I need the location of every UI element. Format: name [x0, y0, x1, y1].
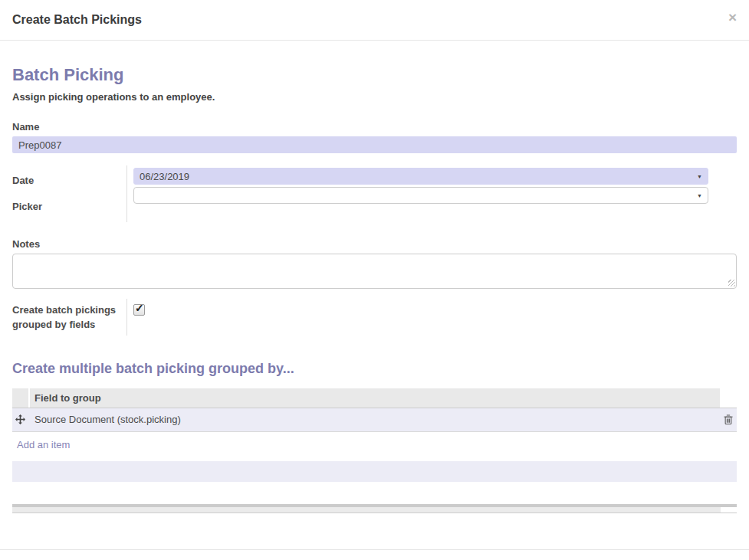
grouped-checkbox-row: Create batch pickings grouped by fields …	[12, 299, 737, 336]
grouped-checkbox-cell: ✓	[127, 299, 737, 336]
notes-field-label: Notes	[12, 238, 737, 250]
page-subtitle: Assign picking operations to an employee…	[12, 91, 737, 103]
close-icon[interactable]: ×	[728, 10, 737, 25]
notes-field-wrap	[12, 254, 737, 289]
notes-textarea[interactable]	[12, 254, 737, 289]
date-dropdown-icon[interactable]: ▼	[697, 174, 702, 179]
create-batch-pickings-dialog: Create Batch Pickings × Batch Picking As…	[0, 0, 749, 560]
field-to-group-column-header: Field to group	[30, 388, 720, 408]
table-row[interactable]: Source Document (stock.picking)	[12, 408, 737, 432]
dialog-title: Create Batch Pickings	[12, 13, 142, 27]
dialog-body: Batch Picking Assign picking operations …	[0, 66, 749, 513]
picker-field-label: Picker	[12, 195, 120, 218]
date-input[interactable]: 06/23/2019 ▼	[133, 168, 708, 185]
grouped-checkbox[interactable]: ✓	[133, 304, 145, 316]
date-value: 06/23/2019	[140, 171, 189, 182]
trash-icon[interactable]	[724, 414, 733, 425]
handle-column-header	[12, 388, 28, 408]
drag-handle-cell	[12, 414, 28, 424]
horizontal-scrollbar[interactable]	[12, 504, 737, 513]
fields-to-group-table: Field to group Source Document (stock.pi…	[12, 388, 737, 513]
picker-input[interactable]: ▼	[133, 187, 708, 204]
name-input[interactable]	[12, 136, 737, 153]
checkmark-icon: ✓	[135, 303, 144, 313]
table-header-row: Field to group	[12, 388, 737, 408]
page-title: Batch Picking	[12, 66, 737, 84]
add-an-item-link[interactable]: Add an item	[17, 439, 70, 450]
drag-handle-icon[interactable]	[15, 414, 25, 424]
name-field-label: Name	[12, 121, 737, 133]
date-picker-group: Date Picker 06/23/2019 ▼ ▼	[12, 165, 737, 222]
delete-row-cell	[720, 414, 737, 425]
delete-column-header	[720, 388, 737, 408]
add-item-row: Add an item	[12, 432, 737, 457]
row-field-name: Source Document (stock.picking)	[28, 414, 720, 425]
date-field-label: Date	[12, 169, 120, 195]
grouped-checkbox-label: Create batch pickings grouped by fields	[12, 299, 127, 336]
date-picker-fields: 06/23/2019 ▼ ▼	[127, 165, 737, 222]
empty-table-row[interactable]	[12, 461, 737, 482]
dialog-footer: Create Cancel	[0, 549, 749, 560]
group-section-title: Create multiple batch picking grouped by…	[12, 361, 737, 377]
date-picker-labels: Date Picker	[12, 165, 127, 222]
dialog-header: Create Batch Pickings ×	[0, 0, 749, 41]
picker-dropdown-icon[interactable]: ▼	[697, 193, 702, 198]
